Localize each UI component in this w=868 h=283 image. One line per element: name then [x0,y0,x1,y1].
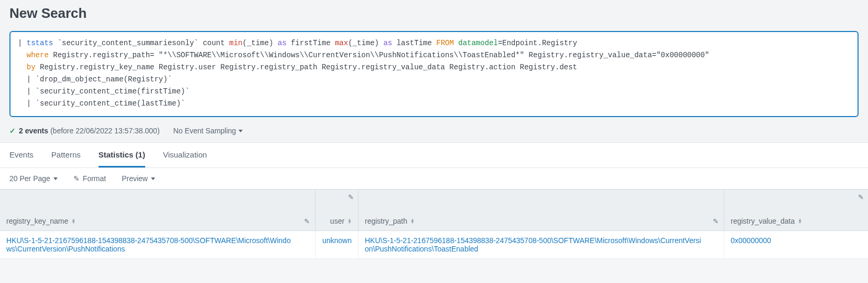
spl-macro1: `security_content_summariesonly` count [53,39,229,47]
pencil-icon[interactable] [713,217,719,225]
table-body: HKU\S-1-5-21-2167596188-154398838-247543… [0,231,868,259]
spl-firstTime: firstTime [287,39,335,47]
cell-link[interactable]: HKU\S-1-5-21-2167596188-154398838-247543… [6,236,291,253]
tab-events[interactable]: Events [9,143,34,167]
format-label: Format [83,174,106,183]
sort-icon[interactable]: ▲▼ [410,218,415,224]
spl-where: where [27,51,49,59]
spl-dmeq: =Endpoint.Registry [498,39,582,47]
column-label: user [330,217,344,225]
spl-line4: | `drop_dm_object_name(Registry)` [18,75,176,83]
spl-line6: | `security_content_ctime(lastTime)` [18,99,185,108]
cell-registry-value-data[interactable]: 0x00000000 [724,231,868,258]
sort-icon[interactable]: ▲▼ [348,218,352,224]
pencil-icon[interactable] [858,193,864,201]
preview-dropdown[interactable]: Preview [122,174,155,183]
caret-down-icon [238,130,243,132]
spl-max: max [335,39,348,47]
spl-from: FROM [436,39,458,47]
pencil-icon[interactable] [348,193,354,201]
sort-icon[interactable]: ▲▼ [798,218,802,224]
check-icon: ✓ [9,127,16,135]
tab-statistics[interactable]: Statistics (1) [99,143,145,167]
cell-registry-key-name[interactable]: HKU\S-1-5-21-2167596188-154398838-247543… [0,231,316,258]
column-header-registry-path[interactable]: registry_path ▲▼ [359,190,724,230]
column-header-registry-value-data[interactable]: registry_value_data ▲▼ [724,190,868,230]
spl-min: min [229,39,242,47]
page-title: New Search [9,5,859,22]
caret-down-icon [53,177,58,180]
event-timestamp: (before 22/06/2022 13:57:38.000) [48,127,160,135]
cell-link[interactable]: HKU\S-1-5-21-2167596188-154398838-247543… [365,236,701,253]
spl-pipe: | [18,39,27,47]
cell-user[interactable]: unknown [316,231,359,258]
job-status-bar: ✓ 2 events (before 22/06/2022 13:57:38.0… [0,124,868,142]
column-header-user[interactable]: user ▲▼ [316,190,359,230]
event-sampling-label: No Event Sampling [173,127,236,135]
spl-minarg: (_time) [243,39,278,47]
spl-maxarg: (_time) [348,39,383,47]
spl-by-rest: Registry.registry_key_name Registry.user… [36,63,582,71]
per-page-dropdown[interactable]: 20 Per Page [9,174,58,183]
column-label: registry_path [365,217,407,225]
column-header-registry-key-name[interactable]: registry_key_name ▲▼ [0,190,316,230]
cell-link[interactable]: unknown [322,236,352,245]
spl-lastTime: lastTime [392,39,436,47]
tab-patterns[interactable]: Patterns [51,143,81,167]
column-label: registry_value_data [731,217,795,225]
stats-table: registry_key_name ▲▼ user ▲▼ registry_pa… [0,189,868,259]
spl-as1: as [278,39,287,47]
pencil-icon [73,174,80,183]
sort-icon[interactable]: ▲▼ [71,218,75,224]
spl-dm: datamodel [458,39,498,47]
event-count: 2 events [19,127,48,135]
results-tabs: Events Patterns Statistics (1) Visualiza… [0,143,868,167]
table-row: HKU\S-1-5-21-2167596188-154398838-247543… [0,231,868,259]
cell-link[interactable]: 0x00000000 [731,236,771,245]
format-button[interactable]: Format [73,174,106,183]
spl-tstats: tstats [27,39,53,47]
column-label: registry_key_name [6,217,68,225]
tab-visualization[interactable]: Visualization [163,143,207,167]
per-page-label: 20 Per Page [9,174,50,183]
table-header: registry_key_name ▲▼ user ▲▼ registry_pa… [0,189,868,231]
preview-label: Preview [122,174,148,183]
cell-registry-path[interactable]: HKU\S-1-5-21-2167596188-154398838-247543… [359,231,724,258]
spl-as2: as [383,39,392,47]
spl-query[interactable]: | tstats `security_content_summariesonly… [18,37,850,110]
spl-line5: | `security_content_ctime(firstTime)` [18,87,194,96]
search-editor[interactable]: | tstats `security_content_summariesonly… [9,31,859,117]
stats-toolbar: 20 Per Page Format Preview [0,168,868,189]
pencil-icon[interactable] [304,217,310,225]
spl-by: by [27,63,36,71]
caret-down-icon [151,177,155,180]
spl-where-rest: Registry.registry_path= "*\\SOFTWARE\\Mi… [49,51,714,59]
event-sampling-dropdown[interactable]: No Event Sampling [173,127,243,135]
job-status: ✓ 2 events (before 22/06/2022 13:57:38.0… [9,127,160,135]
